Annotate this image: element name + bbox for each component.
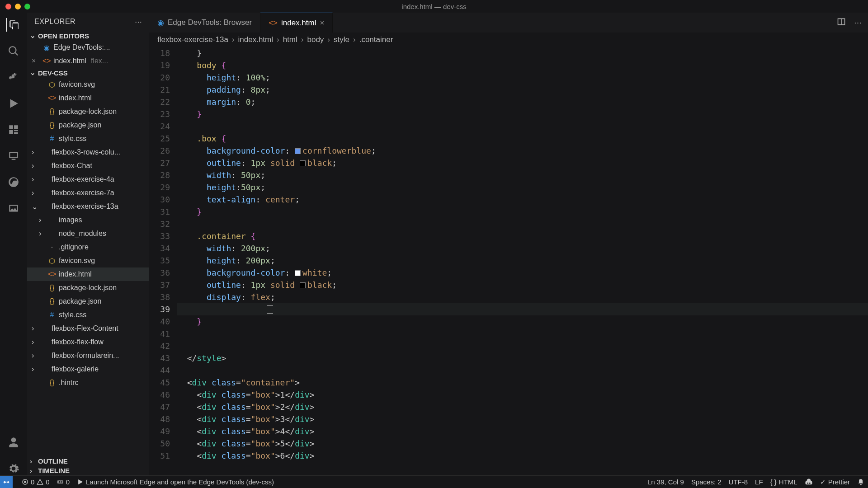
outline-section[interactable]: › OUTLINE: [27, 456, 149, 466]
maximize-window[interactable]: [24, 4, 30, 9]
file-type-icon: {}: [48, 297, 56, 305]
explorer-icon[interactable]: [6, 18, 20, 32]
tab-label: Edge DevTools: Browser: [168, 18, 252, 27]
tree-item[interactable]: {}package-lock.json: [27, 105, 149, 118]
tree-item[interactable]: #style.css: [27, 308, 149, 322]
timeline-section[interactable]: › TIMELINE: [27, 466, 149, 475]
tree-item-label: package-lock.json: [59, 284, 117, 292]
tree-item[interactable]: ›images: [27, 213, 149, 227]
tree-item-label: .gitignore: [59, 243, 89, 251]
prettier-status[interactable]: ✓Prettier: [820, 478, 850, 486]
tree-item-label: flexbox-exercise-7a: [52, 189, 114, 197]
file-label: index.html: [53, 57, 86, 65]
eol-status[interactable]: LF: [755, 478, 763, 486]
tree-item[interactable]: ›node_modules: [27, 227, 149, 240]
account-icon[interactable]: [7, 436, 20, 449]
extensions-icon[interactable]: [7, 123, 20, 136]
titlebar: index.html — dev-css: [0, 0, 868, 13]
tree-item-label: .hintrc: [59, 379, 79, 387]
tree-item[interactable]: #style.css: [27, 132, 149, 145]
tab[interactable]: <>index.html×: [260, 13, 333, 33]
code-content[interactable]: } body { height: 100%; padding: 8px; mar…: [177, 47, 868, 475]
tree-item-label: flexbox-exercise-13a: [52, 202, 118, 211]
tree-item-label: style.css: [59, 135, 86, 143]
launch-edge-button[interactable]: Launch Microsoft Edge and open the Edge …: [77, 478, 274, 486]
minimize-window[interactable]: [15, 4, 21, 9]
tree-item-label: flexbox-formularein...: [52, 352, 119, 360]
tree-item[interactable]: ›flexbox-formularein...: [27, 349, 149, 362]
breadcrumb-segment[interactable]: flexbox-exercise-13a: [157, 35, 228, 44]
tree-item-label: favicon.svg: [59, 80, 95, 89]
tree-item-label: flexbox-Chat: [52, 162, 92, 170]
gutter: 1819202122232425262728293031323334353637…: [149, 47, 177, 475]
tree-item[interactable]: ⌄flexbox-exercise-13a: [27, 200, 149, 213]
breadcrumb-segment[interactable]: html: [283, 35, 297, 44]
tree-item[interactable]: <>index.html: [27, 267, 149, 281]
tree-item[interactable]: ›flexbox-galerie: [27, 362, 149, 376]
tabs: ◉Edge DevTools: Browser<>index.html× ⋯: [149, 13, 868, 33]
language-status[interactable]: { }HTML: [770, 478, 797, 486]
breadcrumb-segment[interactable]: body: [307, 35, 324, 44]
tree-item[interactable]: ›flexbox-Chat: [27, 159, 149, 173]
chevron-right-icon: ›: [32, 148, 38, 156]
spaces-status[interactable]: Spaces: 2: [691, 478, 722, 486]
edge-tools-icon[interactable]: [7, 175, 20, 189]
tree-item[interactable]: ›flexbox-flex-flow: [27, 335, 149, 349]
images-icon[interactable]: [7, 202, 20, 215]
tree-item[interactable]: ⬡favicon.svg: [27, 78, 149, 91]
tree-item-label: index.html: [59, 270, 92, 278]
tree-item[interactable]: ›flexbox-3-rows-colu...: [27, 145, 149, 159]
notifications-icon[interactable]: [857, 479, 864, 486]
breadcrumb-segment[interactable]: style: [334, 35, 349, 44]
tree-item-label: flexbox-galerie: [52, 365, 99, 373]
chevron-right-icon: ›: [32, 365, 38, 373]
file-type-icon: {}: [48, 284, 56, 292]
tree-item[interactable]: ⬡favicon.svg: [27, 254, 149, 267]
breadcrumb-segment[interactable]: index.html: [238, 35, 273, 44]
remote-button[interactable]: [0, 476, 13, 488]
chevron-right-icon: ›: [32, 352, 38, 360]
tree-item[interactable]: {}package-lock.json: [27, 281, 149, 295]
remote-explorer-icon[interactable]: [7, 149, 20, 163]
file-type-icon: ⬡: [48, 80, 56, 89]
file-type-icon: <>: [48, 94, 56, 102]
tree-item[interactable]: ›flexbox-exercise-7a: [27, 186, 149, 200]
more-icon[interactable]: ⋯: [135, 18, 142, 26]
run-debug-icon[interactable]: [7, 97, 20, 110]
cursor-marker: [267, 305, 273, 314]
tree-item-label: node_modules: [59, 230, 106, 238]
settings-icon[interactable]: [7, 462, 20, 475]
errors-status[interactable]: 0 0: [22, 478, 50, 486]
ports-status[interactable]: 0: [57, 478, 70, 486]
project-section[interactable]: ⌄ DEV-CSS: [27, 68, 149, 78]
tree-item[interactable]: ›flexbox-Flex-Content: [27, 322, 149, 335]
copilot-icon[interactable]: [805, 478, 813, 486]
tree-item[interactable]: <>index.html: [27, 91, 149, 105]
close-icon[interactable]: ×: [32, 57, 40, 65]
tree-item-label: flexbox-exercise-4a: [52, 175, 114, 183]
tree-item-label: flexbox-Flex-Content: [52, 324, 118, 333]
tab[interactable]: ◉Edge DevTools: Browser: [149, 13, 260, 33]
split-editor-icon[interactable]: [837, 17, 846, 28]
encoding-status[interactable]: UTF-8: [729, 478, 748, 486]
tree-item[interactable]: ›flexbox-exercise-4a: [27, 173, 149, 186]
close-window[interactable]: [5, 4, 11, 9]
more-actions-icon[interactable]: ⋯: [854, 18, 862, 28]
file-type-icon: ·: [48, 243, 56, 251]
breadcrumb[interactable]: flexbox-exercise-13a›index.html›html›bod…: [149, 33, 868, 47]
tree-item-label: style.css: [59, 311, 86, 319]
open-editors-section[interactable]: ⌄ OPEN EDITORS: [27, 31, 149, 41]
close-tab-icon[interactable]: ×: [320, 19, 324, 28]
explorer-title: EXPLORER: [34, 18, 75, 26]
chevron-right-icon: ›: [32, 338, 38, 346]
cursor-position[interactable]: Ln 39, Col 9: [647, 478, 684, 486]
search-icon[interactable]: [7, 44, 20, 58]
open-editor-item[interactable]: ◉Edge DevTools:...: [27, 41, 149, 54]
tree-item[interactable]: ·.gitignore: [27, 240, 149, 254]
open-editor-item[interactable]: ×<>index.htmlflex...: [27, 54, 149, 68]
source-control-icon[interactable]: [7, 70, 20, 84]
tree-item[interactable]: {}package.json: [27, 295, 149, 308]
breadcrumb-segment[interactable]: .container: [359, 35, 393, 44]
tree-item[interactable]: {}package.json: [27, 118, 149, 132]
tree-item[interactable]: {}.hintrc: [27, 376, 149, 389]
